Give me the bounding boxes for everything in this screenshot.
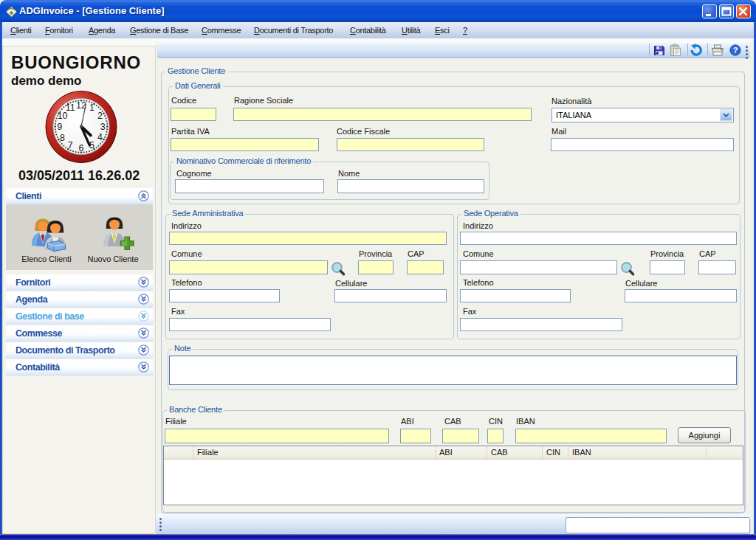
svg-text:1: 1 xyxy=(89,103,94,113)
svg-text:8: 8 xyxy=(60,133,65,143)
svg-text:7: 7 xyxy=(68,140,73,150)
svg-text:4: 4 xyxy=(97,132,103,142)
svg-text:3: 3 xyxy=(100,122,106,132)
svg-text:9: 9 xyxy=(57,122,62,132)
svg-text:6: 6 xyxy=(79,143,84,153)
svg-text:?: ? xyxy=(733,46,738,55)
svg-text:2: 2 xyxy=(97,111,103,121)
svg-text:11: 11 xyxy=(66,103,75,113)
